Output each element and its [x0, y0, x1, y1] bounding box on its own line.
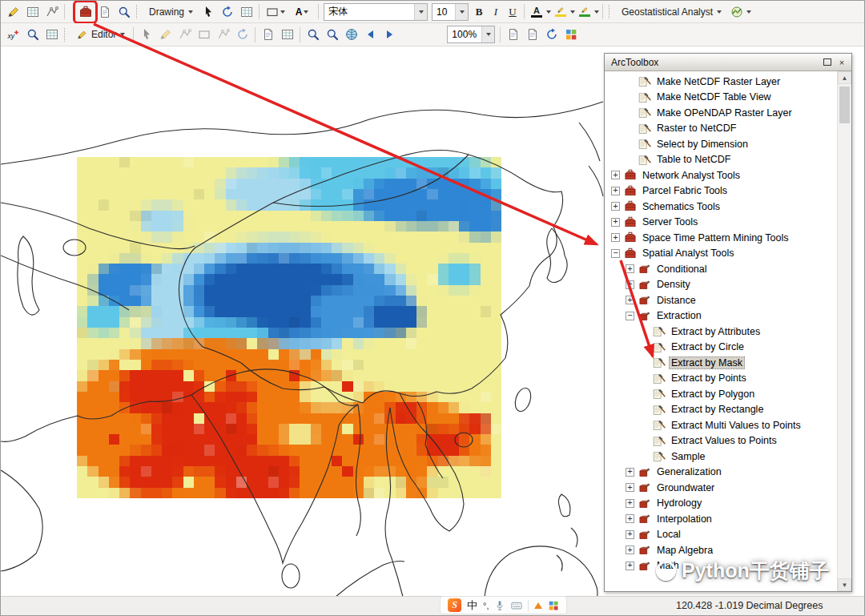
scrollbar[interactable]: ▲ ▼ [837, 71, 851, 591]
underline-button[interactable]: U [505, 3, 521, 21]
tree-item-extract-by-polygon[interactable]: Extract by Polygon [611, 386, 837, 402]
scroll-down-icon[interactable]: ▼ [838, 578, 851, 591]
edit-tool-icon[interactable] [137, 26, 155, 43]
tree-item-map-algebra[interactable]: +Map Algebra [611, 542, 837, 558]
tree-item-make-netcdf-raster-layer[interactable]: Make NetCDF Raster Layer [611, 74, 837, 90]
scroll-up-icon[interactable]: ▲ [838, 71, 851, 84]
sogou-logo-icon[interactable]: S [448, 598, 461, 612]
float-window-icon[interactable] [821, 56, 834, 68]
sketch-tool-icon[interactable] [156, 26, 175, 43]
attribute-table-icon[interactable] [23, 3, 42, 21]
expand-icon[interactable]: + [626, 514, 634, 523]
expand-icon[interactable]: + [626, 546, 634, 554]
table-icon[interactable] [42, 26, 61, 43]
tree-item-network-analyst-tools[interactable]: +Network Analyst Tools [611, 167, 837, 183]
expand-icon[interactable]: + [626, 280, 634, 289]
add-xy-data-icon[interactable] [4, 26, 22, 43]
attributes-window-icon[interactable] [278, 26, 296, 43]
text-tool-dropdown[interactable]: A [289, 3, 315, 21]
expand-icon[interactable]: + [626, 296, 634, 304]
expand-icon[interactable]: + [626, 468, 634, 477]
refresh-view-icon[interactable] [542, 26, 561, 43]
tree-item-spatial-analyst-tools[interactable]: −Spatial Analyst Tools [611, 246, 837, 262]
tree-item-extract-multi-values-to-points[interactable]: Extract Multi Values to Points [611, 417, 837, 433]
edit-sketch-icon[interactable] [4, 3, 22, 21]
bold-button[interactable]: B [471, 3, 487, 21]
tree-item-sample[interactable]: Sample [611, 449, 837, 465]
tree-item-interpolation[interactable]: +Interpolation [611, 511, 837, 527]
cut-polygons-icon[interactable] [214, 26, 232, 43]
map-canvas[interactable] [1, 46, 604, 598]
rotate-element-icon[interactable] [218, 3, 236, 21]
font-color-button[interactable]: A [528, 3, 545, 21]
combo-drop-button[interactable] [414, 4, 427, 20]
tree-item-parcel-fabric-tools[interactable]: +Parcel Fabric Tools [611, 183, 837, 199]
zoom-level-combo[interactable]: 100% [447, 26, 495, 43]
geostatistical-analyst-menu[interactable]: Geostatistical Analyst [617, 3, 726, 21]
font-family-combo[interactable]: 宋体 [324, 3, 428, 21]
highlight-color-button[interactable] [552, 3, 569, 21]
tree-item-make-netcdf-table-view[interactable]: Make NetCDF Table View [611, 90, 837, 106]
ime-apps-grid-icon[interactable] [548, 600, 559, 611]
data-view-icon[interactable] [504, 26, 522, 43]
expand-icon[interactable]: + [611, 233, 620, 242]
create-features-icon[interactable] [259, 26, 277, 43]
forward-extent-icon[interactable] [380, 26, 399, 43]
tree-item-extract-by-circle[interactable]: Extract by Circle [611, 340, 837, 356]
zoom-out-icon[interactable] [323, 26, 341, 43]
layout-view-icon[interactable] [523, 26, 541, 43]
go-to-xy-icon[interactable] [23, 26, 42, 43]
expand-icon[interactable]: + [611, 202, 620, 211]
tree-item-make-opendap-raster-layer[interactable]: Make OPeNDAP Raster Layer [611, 105, 837, 121]
tree-item-generalization[interactable]: +Generalization [611, 465, 837, 481]
expand-icon[interactable]: + [626, 499, 634, 508]
search-window-icon[interactable] [115, 3, 133, 21]
tree-item-conditional[interactable]: +Conditional [611, 261, 837, 277]
arctoolbox-button[interactable] [76, 3, 95, 21]
tree-item-extract-by-points[interactable]: Extract by Points [611, 371, 837, 387]
tree-item-schematics-tools[interactable]: +Schematics Tools [611, 199, 837, 215]
snapping-icon[interactable] [237, 3, 255, 21]
geostatistical-layer-icon[interactable] [727, 3, 746, 21]
toolbar-grip[interactable] [609, 5, 612, 18]
zoom-in-icon[interactable] [304, 26, 322, 43]
collapse-icon[interactable]: − [611, 249, 620, 258]
drawing-menu[interactable]: Drawing [144, 3, 198, 21]
tree-item-select-by-dimension[interactable]: Select by Dimension [611, 136, 837, 152]
catalog-window-icon[interactable] [95, 3, 114, 21]
ime-up-arrow-icon[interactable] [534, 602, 542, 609]
reshape-feature-icon[interactable] [195, 26, 213, 43]
expand-icon[interactable]: + [611, 171, 620, 179]
line-color-button[interactable] [576, 3, 593, 21]
tree-item-extract-by-rectangle[interactable]: Extract by Rectangle [611, 402, 837, 418]
tree-item-hydrology[interactable]: +Hydrology [611, 496, 837, 512]
keyboard-icon[interactable] [511, 600, 522, 611]
tree-item-distance[interactable]: +Distance [611, 292, 837, 308]
arctoolbox-titlebar[interactable]: ArcToolbox × [605, 54, 851, 71]
tree-item-extract-by-attributes[interactable]: Extract by Attributes [611, 324, 837, 340]
expand-icon[interactable]: + [626, 264, 634, 273]
close-icon[interactable]: × [835, 56, 848, 68]
combo-drop-button[interactable] [455, 4, 468, 20]
back-extent-icon[interactable] [361, 26, 380, 43]
microphone-icon[interactable] [494, 600, 505, 611]
expand-icon[interactable]: + [626, 483, 634, 492]
chart-icon[interactable] [42, 3, 61, 21]
scene-icon[interactable] [561, 26, 580, 43]
expand-icon[interactable]: + [611, 218, 620, 227]
tree-item-raster-to-netcdf[interactable]: Raster to NetCDF [611, 121, 837, 137]
tree-item-density[interactable]: +Density [611, 277, 837, 293]
combo-drop-button[interactable] [481, 26, 494, 42]
tree-item-extraction[interactable]: −Extraction [611, 308, 837, 324]
font-size-combo[interactable]: 10 [432, 3, 469, 21]
editor-menu[interactable]: Editor [72, 26, 130, 43]
toolbar-grip[interactable] [136, 5, 139, 18]
ime-mode-toggle[interactable]: 中 [467, 598, 477, 613]
tree-item-math[interactable]: +Math [611, 558, 837, 574]
expand-icon[interactable]: + [626, 530, 634, 539]
expand-icon[interactable]: + [626, 562, 634, 570]
tree-item-extract-values-to-points[interactable]: Extract Values to Points [611, 433, 837, 449]
rotate-tool-icon[interactable] [233, 26, 251, 43]
tree-item-server-tools[interactable]: +Server Tools [611, 215, 837, 231]
shape-tool-dropdown[interactable] [263, 3, 288, 21]
